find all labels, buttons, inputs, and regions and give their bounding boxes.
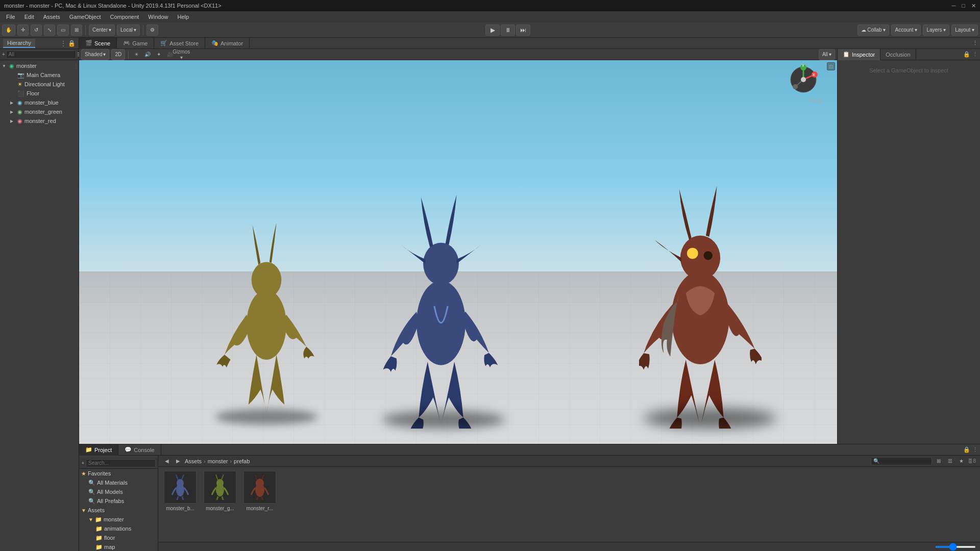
layout-dropdown[interactable]: Layout ▾ — [951, 24, 978, 36]
asset-filter-search[interactable] — [871, 457, 932, 465]
maximize-btn[interactable]: □ — [962, 3, 965, 9]
map-folder-label: map — [104, 544, 115, 550]
hierarchy-add-btn[interactable]: + — [2, 51, 5, 59]
close-btn[interactable]: ✕ — [971, 3, 976, 9]
asset-size-slider[interactable] — [935, 546, 976, 548]
layers-filter[interactable]: All ▾ — [819, 49, 835, 60]
tab-console[interactable]: 💬 Console — [118, 444, 161, 456]
hierarchy-lock-icon[interactable]: 🔒 — [67, 39, 76, 47]
layers-dropdown[interactable]: Layers ▾ — [923, 24, 949, 36]
tab-asset-store[interactable]: 🛒 Asset Store — [154, 38, 205, 49]
menu-assets[interactable]: Assets — [39, 13, 64, 21]
tool-rect[interactable]: ▭ — [57, 24, 69, 36]
hierarchy-item-directional-light[interactable]: ☀ Directional Light — [0, 80, 79, 89]
back-btn[interactable]: ◀ — [162, 457, 172, 465]
scene-corner-btn[interactable]: ⊡ — [827, 62, 835, 70]
prefab-monster-r[interactable]: monster_r... — [242, 471, 278, 511]
gizmos-dropdown[interactable]: Gizmos ▾ — [177, 51, 186, 59]
inspector-lock[interactable]: 🔒 — [963, 51, 970, 58]
prefab-monster-b[interactable]: monster_b... — [162, 471, 198, 511]
main-layout: Hierarchy ⋮ 🔒 + ☰ ▼ ▼ ◉ monster ⋮ 📷 — [0, 38, 980, 551]
favorites-header[interactable]: ★ Favorites — [79, 469, 158, 478]
asset-store-icon: 🛒 — [160, 40, 167, 46]
step-button[interactable]: ⏭ — [516, 24, 530, 36]
tool-multi[interactable]: ⊞ — [71, 24, 82, 36]
context-menu-btn[interactable]: ⋮ — [74, 63, 79, 69]
assets-header[interactable]: ▼ Assets — [79, 506, 158, 515]
right-tabs: 📋 Inspector Occlusion 🔒 ⋮ — [838, 49, 980, 60]
tab-inspector[interactable]: 📋 Inspector — [838, 49, 880, 60]
favorites-all-prefabs[interactable]: 🔍 All Prefabs — [79, 496, 158, 506]
snap-settings[interactable]: ⚙ — [146, 24, 158, 36]
inspector-options[interactable]: ⋮ — [972, 51, 978, 58]
menu-edit[interactable]: Edit — [20, 13, 38, 21]
asset-search[interactable] — [86, 459, 156, 467]
hierarchy-item-monster-blue[interactable]: ▶ ◉ monster_blue — [0, 98, 79, 107]
menu-file[interactable]: File — [2, 13, 19, 21]
hierarchy-item-floor[interactable]: ⬛ Floor — [0, 89, 79, 98]
animator-label: Animator — [220, 40, 243, 46]
breadcrumb-assets[interactable]: Assets — [185, 458, 202, 464]
animations-folder[interactable]: 📁 animations — [79, 524, 158, 533]
shading-dropdown[interactable]: Shaded ▾ — [81, 49, 109, 60]
gizmo-widget[interactable]: X Y — [788, 64, 819, 96]
2d-toggle[interactable]: 2D — [111, 49, 125, 60]
account-dropdown[interactable]: Account ▾ — [891, 24, 921, 36]
game-tab-icon: 🎮 — [123, 40, 130, 46]
play-button[interactable]: ▶ — [485, 24, 500, 36]
space-toggle[interactable]: Local ▾ — [117, 24, 140, 36]
minimize-btn[interactable]: ─ — [952, 3, 956, 9]
pivot-toggle[interactable]: Center ▾ — [89, 24, 115, 36]
floor-folder[interactable]: 📁 floor — [79, 533, 158, 542]
menu-gameobject[interactable]: GameObject — [65, 13, 105, 21]
tab-animator[interactable]: 🎭 Animator — [205, 38, 250, 49]
hierarchy-item-monster-red[interactable]: ▶ ◉ monster_red — [0, 116, 79, 126]
bottom-options[interactable]: ⋮ — [972, 446, 978, 453]
fx-toggle[interactable]: ✦ — [154, 51, 163, 59]
window-title: monster - monster - PC, Mac & Linux Stan… — [4, 3, 222, 9]
tab-occlusion[interactable]: Occlusion — [880, 49, 916, 60]
audio-toggle[interactable]: 🔊 — [143, 51, 152, 59]
hierarchy-tab[interactable]: Hierarchy — [3, 39, 35, 48]
menu-component[interactable]: Component — [106, 13, 143, 21]
persp-label: Persp — [810, 98, 823, 104]
forward-btn[interactable]: ▶ — [174, 457, 183, 465]
prefab-monster-g[interactable]: monster_g... — [202, 471, 238, 511]
view-list-btn[interactable]: ☰ — [945, 457, 954, 465]
hierarchy-item-monster-green[interactable]: ▶ ◉ monster_green — [0, 107, 79, 116]
hierarchy-item-main-camera[interactable]: 📷 Main Camera — [0, 70, 79, 80]
monster-root-icon: ◉ — [9, 63, 14, 69]
tab-scene[interactable]: 🎬 Scene — [79, 38, 117, 49]
bottom-lock[interactable]: 🔒 — [963, 446, 970, 453]
scene-viewport[interactable]: X Y Persp ⊡ — [79, 60, 837, 444]
hierarchy-options[interactable]: ⋮ — [59, 39, 67, 47]
menu-help[interactable]: Help — [173, 13, 193, 21]
prefab-b-thumb — [164, 471, 197, 504]
view-stars-btn[interactable]: ★ — [957, 457, 966, 465]
search-icon-3: 🔍 — [88, 498, 95, 505]
new-folder-btn[interactable]: + — [81, 459, 85, 467]
menu-window[interactable]: Window — [144, 13, 172, 21]
breadcrumb-prefab[interactable]: prefab — [234, 458, 250, 464]
svg-point-6 — [680, 236, 720, 280]
tool-scale[interactable]: ⤡ — [44, 24, 55, 36]
hierarchy-item-monster[interactable]: ▼ ◉ monster ⋮ — [0, 61, 79, 70]
window-controls[interactable]: ─ □ ✕ — [952, 3, 976, 9]
favorites-all-materials[interactable]: 🔍 All Materials — [79, 478, 158, 487]
tool-rotate[interactable]: ↺ — [31, 24, 42, 36]
map-folder[interactable]: 📁 map — [79, 542, 158, 551]
breadcrumb-monster[interactable]: monster — [208, 458, 228, 464]
asset-tree: + ★ Favorites 🔍 All Materials 🔍 All — [79, 456, 158, 551]
tool-move[interactable]: ✛ — [17, 24, 29, 36]
tab-game[interactable]: 🎮 Game — [117, 38, 154, 49]
hierarchy-search[interactable] — [6, 51, 76, 59]
pause-button[interactable]: ⏸ — [501, 24, 515, 36]
tab-project[interactable]: 📁 Project — [79, 444, 118, 456]
collab-button[interactable]: ☁ Collab ▾ — [857, 24, 889, 36]
monster-folder[interactable]: ▼ 📁 monster — [79, 515, 158, 524]
view-icons-btn[interactable]: ⊞ — [934, 457, 943, 465]
favorites-all-models[interactable]: 🔍 All Models — [79, 487, 158, 496]
tool-hand[interactable]: ✋ — [2, 24, 15, 36]
lighting-toggle[interactable]: ☀ — [132, 51, 141, 59]
scene-tabs-options[interactable]: ⋮ — [970, 40, 980, 46]
